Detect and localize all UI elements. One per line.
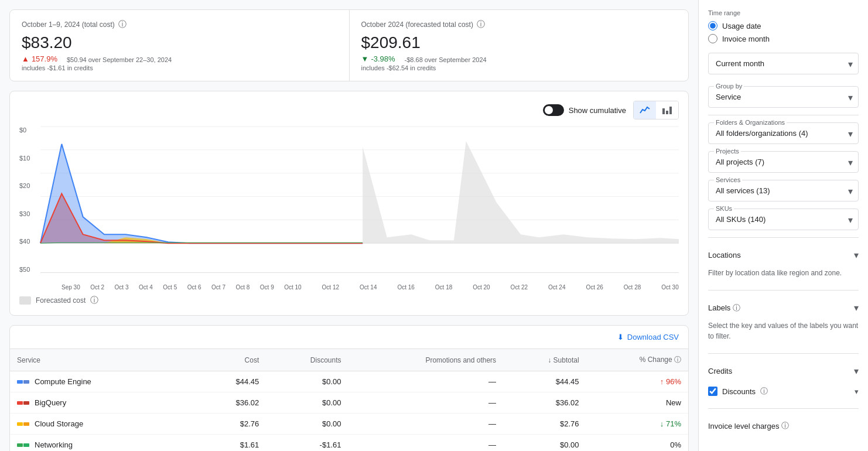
forecast-cost-help-icon[interactable]: ⓘ: [477, 19, 485, 30]
labels-header[interactable]: Labels ⓘ ▾: [708, 298, 859, 318]
service-name: Compute Engine: [35, 377, 91, 386]
svg-rect-1: [666, 111, 668, 114]
cost-value: $1.61: [198, 435, 266, 452]
download-csv-button[interactable]: ⬇ Download CSV: [617, 333, 679, 341]
credits-header: Credits ▾: [708, 361, 859, 381]
col-cost: Cost: [198, 349, 266, 371]
group-by-label: Group by: [714, 83, 744, 90]
actual-cost-help-icon[interactable]: ⓘ: [118, 19, 127, 30]
service-cell: Networking: [10, 435, 198, 452]
svg-rect-13: [17, 380, 23, 384]
actual-cost-change: ▲ 157.9%: [22, 54, 57, 63]
subtotal-value: $44.45: [503, 371, 586, 392]
cumulative-switch[interactable]: [543, 104, 564, 116]
credits-chevron-icon[interactable]: ▾: [854, 365, 859, 377]
line-chart-button[interactable]: [634, 101, 656, 119]
download-csv-label: Download CSV: [627, 333, 679, 341]
change-value: 0%: [586, 435, 688, 452]
promotions-value: —: [348, 414, 503, 435]
cost-table: ⬇ Download CSV Service Cost Discounts Pr…: [9, 325, 689, 451]
svg-marker-9: [363, 141, 679, 243]
labels-section[interactable]: Labels ⓘ ▾ Select the key and values of …: [708, 298, 859, 346]
svg-rect-18: [23, 422, 29, 426]
sidebar-divider-5: [708, 408, 859, 409]
change-value: ↑ 96%: [586, 371, 688, 392]
svg-marker-11: [40, 144, 363, 243]
change-help-icon[interactable]: ⓘ: [674, 356, 681, 364]
invoice-charges-header[interactable]: Invoice level charges ⓘ: [708, 416, 859, 436]
usage-date-label: Usage date: [722, 22, 761, 30]
discounts-help-icon[interactable]: ⓘ: [760, 386, 768, 397]
toggle-knob: [545, 106, 553, 114]
service-legend-icon: [17, 442, 30, 449]
labels-chevron-icon: ▾: [854, 302, 859, 313]
date-type-radio-group: Usage date Invoice month: [708, 21, 859, 43]
chart-area: $50 $40 $30 $20 $10 $0: [19, 127, 679, 291]
line-chart-icon: [640, 105, 650, 115]
locations-content: Filter by location data like region and …: [708, 265, 859, 283]
bar-chart-button[interactable]: [656, 101, 678, 119]
discounts-checkbox[interactable]: [708, 387, 717, 396]
promotions-value: —: [348, 371, 503, 392]
download-icon: ⬇: [617, 333, 624, 341]
table-body: Compute Engine $44.45 $0.00 — $44.45 ↑ 9…: [10, 371, 688, 452]
discounts-value: -$1.61: [266, 435, 348, 452]
table-row: Networking $1.61 -$1.61 — $0.00 0%: [10, 435, 688, 452]
invoice-month-radio-label[interactable]: Invoice month: [708, 34, 859, 43]
svg-rect-16: [23, 401, 29, 405]
forecast-cost-pct: -3.98%: [371, 54, 395, 63]
svg-rect-14: [23, 380, 29, 384]
chart-svg: [40, 127, 679, 272]
change-value: ↓ 71%: [586, 414, 688, 435]
col-discounts: Discounts: [266, 349, 348, 371]
svg-rect-17: [17, 422, 23, 426]
forecast-cost-sub2: -$8.68 over September 2024: [405, 56, 487, 63]
usage-date-radio-label[interactable]: Usage date: [708, 21, 859, 30]
svg-rect-0: [662, 108, 665, 114]
folders-label: Folders & Organizations: [714, 119, 787, 126]
col-promotions: Promotions and others: [348, 349, 503, 371]
subtotal-value: $0.00: [503, 435, 586, 452]
service-name: BigQuery: [35, 398, 66, 407]
actual-cost-title: October 1–9, 2024 (total cost): [22, 20, 115, 29]
col-subtotal: ↓ Subtotal: [503, 349, 586, 371]
promotions-value: —: [348, 435, 503, 452]
chart-container: Show cumulative $50: [9, 91, 689, 316]
credits-label: Credits: [708, 367, 732, 375]
service-legend-icon: [17, 421, 30, 428]
service-legend-icon: [17, 378, 30, 385]
labels-help-icon[interactable]: ⓘ: [733, 303, 740, 313]
actual-cost-sub2: $50.94 over September 22–30, 2024: [67, 56, 172, 63]
svg-rect-19: [17, 443, 23, 447]
invoice-charges-title: Invoice level charges ⓘ: [708, 421, 789, 431]
table-row: Compute Engine $44.45 $0.00 — $44.45 ↑ 9…: [10, 371, 688, 392]
sidebar-divider-1: [708, 115, 859, 115]
sidebar: Time range Usage date Invoice month Curr…: [698, 0, 868, 451]
forecast-cost-title: October 2024 (forecasted total cost): [361, 20, 473, 29]
locations-section[interactable]: Locations ▾ Filter by location data like…: [708, 245, 859, 283]
invoice-charges-help-icon[interactable]: ⓘ: [781, 421, 789, 431]
services-select-wrapper: Services All services (13) ▾: [708, 180, 859, 201]
service-cell: BigQuery: [10, 392, 198, 414]
discounts-expand-icon[interactable]: ▾: [855, 387, 859, 396]
time-range-section: Time range Usage date Invoice month Curr…: [708, 9, 859, 74]
forecast-cost-amount: $209.61: [361, 33, 677, 52]
labels-content: Select the key and values of the labels …: [708, 318, 859, 346]
invoice-month-radio[interactable]: [708, 34, 717, 43]
cost-value: $44.45: [198, 371, 266, 392]
discounts-value: $0.00: [266, 371, 348, 392]
current-month-select[interactable]: Current month: [708, 53, 859, 74]
labels-title: Labels ⓘ: [708, 303, 740, 313]
col-service: Service: [10, 349, 198, 371]
show-cumulative-toggle[interactable]: Show cumulative: [543, 104, 626, 116]
projects-select-wrapper: Projects All projects (7) ▾: [708, 151, 859, 173]
locations-chevron-icon: ▾: [854, 250, 859, 261]
legend-box-forecasted: [19, 296, 31, 305]
sidebar-divider-3: [708, 290, 859, 291]
service-name: Cloud Storage: [35, 419, 83, 428]
usage-date-radio[interactable]: [708, 21, 717, 30]
locations-header[interactable]: Locations ▾: [708, 245, 859, 265]
chart-type-buttons: [633, 101, 679, 119]
chart-plot: [40, 127, 679, 273]
forecasted-help-icon[interactable]: ⓘ: [90, 295, 98, 306]
